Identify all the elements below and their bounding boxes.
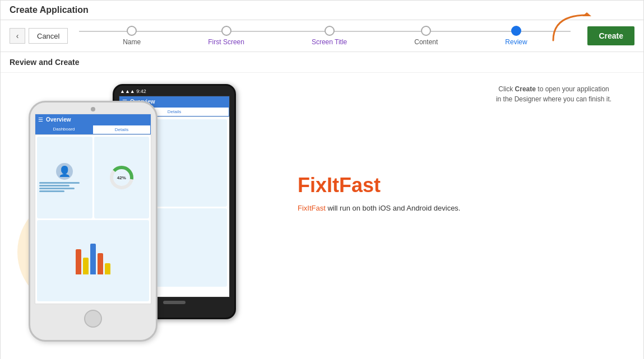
app-description: FixItFast will run on both iOS and Andro…	[298, 203, 615, 214]
stepper-steps: Name First Screen Screen Title Content R	[123, 26, 527, 46]
donut-chart: 42%	[108, 164, 136, 192]
signal-icon: ▲▲▲ 9:42	[120, 88, 146, 94]
app-nav-title: Overview	[46, 116, 71, 123]
stepper: Name First Screen Screen Title Content R	[79, 26, 571, 46]
app-cell-donut: 42%	[94, 137, 150, 218]
tooltip-click-text: Click	[498, 85, 515, 93]
step-review[interactable]: Review	[505, 26, 527, 46]
step-label-name: Name	[123, 38, 141, 46]
back-button[interactable]: ‹	[10, 28, 25, 44]
tooltip-create-bold: Create	[515, 85, 536, 93]
hamburger-icon: ☰	[38, 116, 43, 123]
app-cell-avatar: 👤	[37, 137, 92, 218]
android-top-bar: ▲▲▲ 9:42	[114, 86, 234, 96]
donut-label: 42%	[117, 175, 126, 180]
tab-details[interactable]: Details	[92, 125, 151, 134]
curved-arrow-icon	[548, 10, 592, 43]
cancel-button[interactable]: Cancel	[29, 28, 68, 44]
tooltip-text-2: to open your application	[536, 85, 609, 93]
bar-1	[76, 249, 81, 274]
step-first-screen[interactable]: First Screen	[208, 26, 244, 46]
app-desc-prefix: FixItFast	[298, 204, 326, 212]
step-circle-content	[421, 26, 431, 36]
app-nav-bar: ☰ Overview	[35, 114, 151, 125]
page-wrapper: Create Application ‹ Cancel Name First S…	[0, 0, 644, 359]
step-content[interactable]: Content	[414, 26, 438, 46]
phones-area: ☰ Overview Dashboard Details 👤	[17, 84, 275, 353]
avatar-circle: 👤	[56, 163, 73, 180]
text-line-1	[39, 182, 80, 184]
android-home-button[interactable]	[163, 301, 186, 304]
text-line-3	[39, 188, 75, 189]
bar-3	[90, 244, 96, 274]
tooltip-text: Click Create to open your application in…	[492, 84, 615, 104]
step-name[interactable]: Name	[123, 26, 141, 46]
phone-white-screen: ☰ Overview Dashboard Details 👤	[35, 114, 151, 304]
page-title: Create Application	[10, 5, 634, 15]
main-content: ☰ Overview Dashboard Details 👤	[1, 73, 643, 359]
app-info: FixItFast FixItFast will run on both iOS…	[298, 174, 615, 214]
person-icon: 👤	[58, 165, 71, 178]
phone-white-notch	[30, 102, 156, 114]
home-button[interactable]	[84, 310, 102, 328]
page-header: Create Application	[1, 1, 643, 20]
phone-white: ☰ Overview Dashboard Details 👤	[29, 101, 157, 342]
app-tabs: Dashboard Details	[35, 125, 151, 135]
step-circle-name	[127, 26, 137, 36]
step-screen-title[interactable]: Screen Title	[312, 26, 347, 46]
app-name: FixItFast	[298, 174, 615, 197]
text-line-2	[39, 185, 70, 187]
app-body: 👤	[35, 135, 151, 303]
app-desc-suffix: will run on both iOS and Android devices…	[326, 204, 461, 212]
bar-5	[105, 263, 110, 274]
toolbar: ‹ Cancel Name First Screen Screen Title	[1, 20, 643, 52]
section-title: Review and Create	[1, 52, 643, 73]
tooltip-area: Click Create to open your application in…	[492, 84, 615, 104]
tooltip-text-3: in the Designer where you can finish it.	[496, 95, 611, 103]
bar-4	[98, 253, 103, 274]
bar-chart	[73, 246, 113, 274]
step-circle-review	[511, 26, 521, 36]
step-label-first-screen: First Screen	[208, 38, 244, 46]
step-label-screen-title: Screen Title	[312, 38, 347, 46]
tab-dashboard[interactable]: Dashboard	[35, 125, 92, 134]
text-line-4	[39, 190, 64, 192]
step-circle-screen-title	[325, 26, 335, 36]
front-camera-icon	[91, 107, 95, 111]
create-button[interactable]: Create	[587, 26, 634, 45]
right-panel: Click Create to open your application in…	[275, 84, 627, 214]
step-circle-first-screen	[221, 26, 231, 36]
step-label-content: Content	[414, 38, 438, 46]
svg-marker-0	[582, 12, 591, 16]
bar-2	[83, 258, 89, 274]
app-screen-white: ☰ Overview Dashboard Details 👤	[35, 114, 151, 304]
step-label-review: Review	[505, 38, 527, 46]
text-lines	[39, 182, 90, 192]
app-cell-bars	[37, 220, 149, 302]
